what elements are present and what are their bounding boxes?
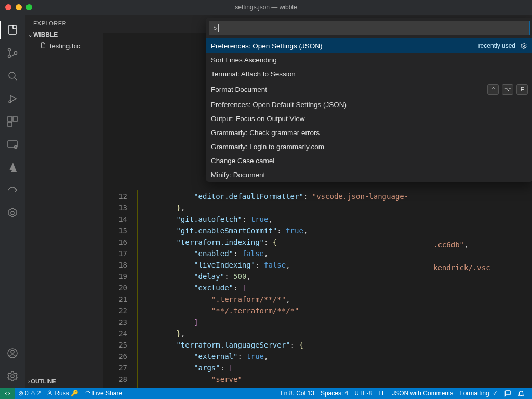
extensions-icon[interactable] xyxy=(0,110,25,133)
close-window-button[interactable] xyxy=(5,4,11,10)
bell-icon[interactable] xyxy=(514,388,528,399)
file-row[interactable]: testing.bic xyxy=(25,40,103,52)
palette-item[interactable]: Output: Focus on Output View xyxy=(206,112,532,126)
palette-item[interactable]: Sort Lines Ascending xyxy=(206,53,532,67)
command-palette: > Preferences: Open Settings (JSON)recen… xyxy=(206,18,532,182)
svg-point-10 xyxy=(11,211,14,215)
palette-item-label: Preferences: Open Default Settings (JSON… xyxy=(211,101,528,109)
account-icon[interactable] xyxy=(0,342,25,365)
person-icon xyxy=(47,390,53,397)
svg-point-2 xyxy=(15,52,17,55)
palette-item[interactable]: Preferences: Open Settings (JSON)recentl… xyxy=(206,38,532,53)
minimize-window-button[interactable] xyxy=(16,4,22,10)
svg-point-17 xyxy=(523,45,525,47)
source-control-icon[interactable] xyxy=(0,42,25,64)
palette-item[interactable]: Grammarly: Login to grammarly.com xyxy=(206,140,532,154)
recently-used-label: recently used xyxy=(478,42,515,49)
gear-icon[interactable] xyxy=(520,42,528,50)
folder-name: WIBBLE xyxy=(33,31,58,38)
activity-bar xyxy=(0,15,25,388)
palette-item[interactable]: Grammarly: Check grammar errors xyxy=(206,126,532,140)
maximize-window-button[interactable] xyxy=(26,4,32,10)
feedback-icon[interactable] xyxy=(501,388,514,399)
title-bar: settings.json — wibble xyxy=(0,0,532,15)
svg-point-11 xyxy=(11,350,14,353)
svg-point-18 xyxy=(49,391,51,393)
formatting[interactable]: Formatting: ✓ xyxy=(456,388,501,399)
encoding[interactable]: UTF-8 xyxy=(351,388,375,399)
outline-label: OUTLINE xyxy=(31,378,56,384)
palette-item-label: Output: Focus on Output View xyxy=(211,115,528,123)
palette-item[interactable]: Preferences: Open Default Settings (JSON… xyxy=(206,98,532,112)
warning-icon: ⚠ xyxy=(30,390,36,397)
svg-point-1 xyxy=(8,55,11,58)
svg-point-13 xyxy=(11,375,14,378)
file-name: testing.bic xyxy=(50,42,81,50)
outline-section[interactable]: › OUTLINE xyxy=(25,375,103,388)
debug-icon[interactable] xyxy=(0,87,25,110)
chevron-down-icon: ⌄ xyxy=(28,32,32,38)
palette-item[interactable]: Format Document⇧⌥F xyxy=(206,81,532,98)
palette-item-label: Change Case camel xyxy=(211,157,528,165)
live-share[interactable]: Live Share xyxy=(82,388,125,399)
folder-row[interactable]: ⌄ WIBBLE xyxy=(25,30,103,40)
palette-item-label: Grammarly: Check grammar errors xyxy=(211,129,528,137)
keyboard-shortcut: ⇧⌥F xyxy=(487,84,528,95)
line-gutter: 12131415161718192021222324252627282930 xyxy=(103,190,137,388)
palette-item[interactable]: Minify: Document xyxy=(206,168,532,182)
chevron-right-icon: › xyxy=(28,379,30,384)
search-icon[interactable] xyxy=(0,64,25,87)
palette-item[interactable]: Change Case camel xyxy=(206,154,532,168)
palette-item-label: Sort Lines Ascending xyxy=(211,56,528,64)
palette-item-label: Minify: Document xyxy=(211,171,528,179)
svg-point-0 xyxy=(8,49,11,51)
problems[interactable]: ⊗0 ⚠2 xyxy=(15,388,44,399)
palette-item-label: Terminal: Attach to Session xyxy=(211,70,528,78)
share-icon[interactable] xyxy=(0,179,25,202)
check-icon: ✓ xyxy=(493,390,498,397)
palette-item-label: Grammarly: Login to grammarly.com xyxy=(211,143,528,151)
command-input[interactable]: > xyxy=(209,21,530,35)
sidebar-title: EXPLORER xyxy=(25,15,103,30)
kubernetes-icon[interactable] xyxy=(0,202,25,224)
explorer-sidebar: EXPLORER ⌄ WIBBLE testing.bic › OUTLINE xyxy=(25,15,103,388)
remote-status[interactable] xyxy=(0,388,15,399)
svg-rect-7 xyxy=(8,122,12,126)
editor-content[interactable]: "editor.defaultFormatter": "vscode.json-… xyxy=(137,190,532,388)
palette-item-label: Preferences: Open Settings (JSON) xyxy=(211,42,478,50)
remote-icon[interactable] xyxy=(0,133,25,156)
svg-rect-5 xyxy=(8,117,12,121)
indentation[interactable]: Spaces: 4 xyxy=(317,388,351,399)
palette-item-label: Format Document xyxy=(211,86,487,94)
cursor-position[interactable]: Ln 8, Col 13 xyxy=(277,388,317,399)
status-bar: ⊗0 ⚠2 Russ 🔑 Live Share Ln 8, Col 13 Spa… xyxy=(0,388,532,399)
explorer-icon[interactable] xyxy=(0,19,25,42)
language-mode[interactable]: JSON with Comments xyxy=(389,388,456,399)
file-icon xyxy=(39,42,47,50)
azure-icon[interactable] xyxy=(0,156,25,179)
eol[interactable]: LF xyxy=(375,388,389,399)
share-icon xyxy=(85,390,91,397)
settings-gear-icon[interactable] xyxy=(0,365,25,388)
palette-item[interactable]: Terminal: Attach to Session xyxy=(206,67,532,81)
user[interactable]: Russ 🔑 xyxy=(44,388,81,399)
svg-rect-6 xyxy=(13,117,17,121)
svg-point-4 xyxy=(9,101,11,103)
window-title: settings.json — wibble xyxy=(235,4,297,11)
error-icon: ⊗ xyxy=(18,390,23,397)
editor-area: ··· er › settings.json › abc etPath": xyxy=(103,15,532,388)
svg-point-3 xyxy=(9,72,15,78)
key-icon: 🔑 xyxy=(71,390,78,397)
